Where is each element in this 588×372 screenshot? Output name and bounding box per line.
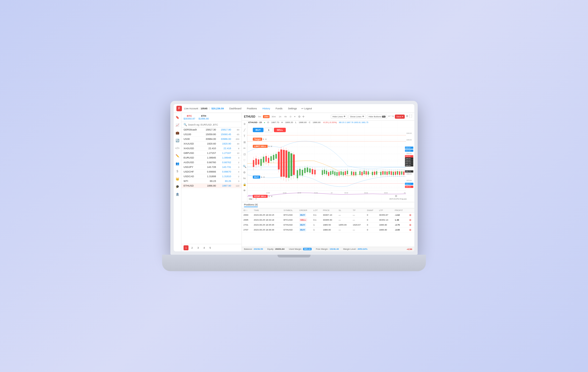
tf-5m[interactable]: 5m: [257, 115, 262, 118]
col-time: TIME: [252, 208, 282, 213]
sidebar-icon-bookmark[interactable]: 🔖: [175, 115, 180, 120]
text-tool[interactable]: T: [242, 134, 247, 138]
undo-icon[interactable]: ↩: [388, 115, 390, 119]
nav-settings[interactable]: Settings: [287, 107, 298, 110]
tf-more[interactable]: ▾: [293, 115, 296, 118]
buy-button[interactable]: BUY: [253, 128, 264, 132]
positions-tab[interactable]: Positions (4): [244, 203, 258, 207]
page-btn-2[interactable]: 2: [190, 245, 195, 250]
magnet-tool[interactable]: ✏: [242, 146, 247, 150]
watchlist-row[interactable]: USDCHF 0.89666 0.89670 4: [181, 170, 242, 174]
watchlist-row[interactable]: WTI 69.23 69.26 3: [181, 179, 242, 184]
sidebar-icon-bank[interactable]: 🏦: [175, 191, 180, 197]
stop-sell-label[interactable]: STOP SELL: [253, 195, 268, 198]
qty-input[interactable]: [265, 128, 273, 132]
close-position-btn[interactable]: ⊗: [409, 218, 411, 221]
settings-tool[interactable]: ⚙: [242, 170, 247, 174]
watchlist-row[interactable]: XAGUSD 22.410 22.418 8: [181, 146, 242, 151]
hide-lines-btn[interactable]: Hide Lines 👁: [331, 115, 347, 119]
watchlist-row[interactable]: US30 33984.00 33986.00 200: [181, 137, 242, 141]
asset-tab-btc[interactable]: BTC $30350.87: [184, 115, 195, 120]
sell-button[interactable]: SELL: [274, 128, 286, 132]
nav-dashboard[interactable]: Dashboard: [228, 107, 242, 110]
page-btn-4[interactable]: 4: [202, 245, 207, 250]
pos-close[interactable]: ⊗: [407, 223, 414, 227]
page-btn-1[interactable]: 1: [184, 245, 188, 250]
zoom-tool[interactable]: 🔍: [242, 164, 247, 168]
sidebar-icon-grad[interactable]: 🎓: [175, 184, 180, 189]
watchlist-row[interactable]: GER30cash 15817.30 15817.90 60: [181, 127, 242, 132]
settings-icon[interactable]: ⚙: [406, 115, 408, 119]
tf-15m[interactable]: 15m: [263, 115, 270, 118]
tf-1h[interactable]: 1h: [278, 115, 282, 118]
limit-sell-close[interactable]: ✕: [270, 145, 273, 148]
close-position-btn[interactable]: ⊗: [409, 223, 411, 226]
show-lines-btn[interactable]: Show Lines 👁: [348, 115, 366, 119]
fib-tool[interactable]: ⊞: [242, 140, 247, 144]
hide-buttons-btn[interactable]: Hide Buttons TV: [367, 115, 387, 119]
tf-d[interactable]: D: [289, 115, 293, 118]
eye-tool[interactable]: 👁: [242, 188, 247, 193]
heart-icon[interactable]: ♡: [242, 158, 247, 162]
svg-rect-86: [351, 171, 352, 175]
bottom-footer: Balance : 20236.59 Equity : 20231.64 Use…: [242, 247, 414, 251]
watchlist-row[interactable]: GBPUSD 1.27157 1.27167 10: [181, 151, 242, 156]
buy-order-label-box[interactable]: BUY: [253, 176, 260, 179]
page-btn-3[interactable]: 3: [196, 245, 201, 250]
chart-settings-gear[interactable]: ⚙: [395, 195, 397, 198]
sidebar-icon-cursor[interactable]: ✏️: [175, 153, 180, 159]
watchlist-row[interactable]: USDJPY 143.728 143.731 3: [181, 165, 242, 170]
chart-crosshair-icon[interactable]: ✛: [302, 115, 304, 118]
sidebar-icon-crown[interactable]: 👑: [175, 176, 180, 182]
logout-button[interactable]: ↩ Logout: [301, 107, 312, 110]
sidebar-icon-briefcase[interactable]: 💼: [175, 130, 180, 135]
close-position-btn[interactable]: ⊗: [409, 228, 411, 231]
watchlist-row[interactable]: XAUUSD 1920.60 1920.90 30: [181, 141, 242, 146]
sidebar-icon-history[interactable]: 🔄: [175, 138, 180, 143]
measure-tool[interactable]: ⊡: [242, 152, 247, 156]
svg-rect-134: [399, 171, 400, 175]
chart-area: ETHUSD 5m 15m 30m 1h 4h D ▾ ⚙: [242, 113, 414, 251]
pos-close[interactable]: ⊗: [407, 218, 414, 223]
nav-history[interactable]: History: [261, 107, 271, 110]
watchlist-row[interactable]: US100 15059.80 15060.45 65: [181, 132, 242, 137]
asset-tab-eth[interactable]: ETH $1886.80: [199, 115, 209, 120]
watchlist-row[interactable]: USDCAD 1.31808 1.31810 2: [181, 174, 242, 179]
sidebar-icon-dollar[interactable]: $: [175, 168, 180, 174]
watchlist-row[interactable]: ETHUSD 1886.80 1887.90 110: [181, 184, 242, 188]
nav-positions[interactable]: Positions: [246, 107, 258, 110]
page-btn-5[interactable]: 5: [208, 245, 213, 250]
nav-funds[interactable]: Funds: [274, 107, 284, 110]
free-margin-item: Free Margin : 19246.48: [316, 248, 339, 251]
buy-close[interactable]: ✕: [263, 176, 265, 179]
pos-swap: 0: [365, 227, 377, 232]
lock-tool[interactable]: 🔒: [242, 182, 247, 187]
wl-bid: 1920.60: [201, 142, 216, 145]
chart-indicator-icon[interactable]: ⚙: [298, 115, 301, 118]
limit-sell-label[interactable]: LIMIT SELL: [253, 145, 268, 148]
search-input[interactable]: [188, 123, 239, 126]
sidebar-icon-chart[interactable]: 📈: [175, 122, 180, 128]
redo-icon[interactable]: ↪: [392, 115, 394, 119]
tf-30m[interactable]: 30m: [270, 115, 277, 118]
target-label[interactable]: Target: [253, 138, 262, 141]
tradingview-icon[interactable]: TV: [242, 176, 247, 181]
svg-rect-90: [359, 171, 360, 175]
sidebar-icon-users[interactable]: 👥: [175, 161, 180, 166]
svg-text:1912.93: 1912.93: [405, 150, 411, 152]
stop-sell-close[interactable]: ✕: [271, 195, 273, 198]
watchlist-row[interactable]: AUDUSD 0.66760 0.66762 2: [181, 160, 242, 165]
wl-ask: 1.27167: [216, 152, 231, 154]
wl-symbol: XAGUSD: [184, 147, 201, 150]
line-tool[interactable]: ╱: [242, 128, 247, 132]
target-close[interactable]: ✕: [265, 138, 267, 141]
close-position-btn[interactable]: ⊗: [409, 213, 411, 216]
tf-4h[interactable]: 4h: [283, 115, 288, 118]
fullscreen-icon[interactable]: ⛶: [409, 115, 412, 119]
pos-close[interactable]: ⊗: [407, 227, 414, 232]
watchlist-row[interactable]: EURUSD 1.08945 1.08948 3: [181, 156, 242, 160]
save-btn[interactable]: Save ▾: [395, 115, 405, 119]
crosshair-tool[interactable]: ✛: [242, 122, 247, 126]
sidebar-icon-code[interactable]: </>: [175, 145, 180, 151]
pos-close[interactable]: ⊗: [407, 213, 414, 218]
